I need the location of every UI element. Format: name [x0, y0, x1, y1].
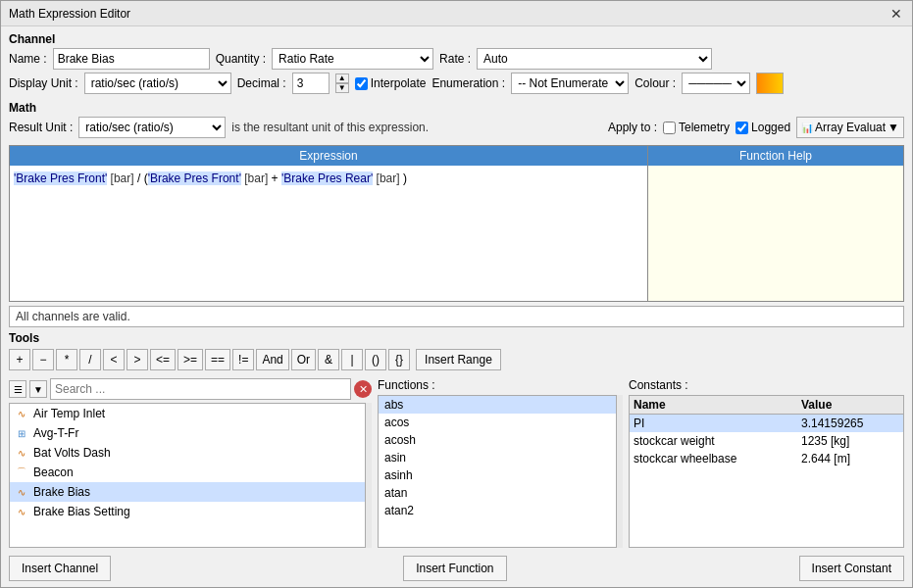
insert-channel-group: Insert Channel [9, 556, 111, 581]
telemetry-checkbox-label[interactable]: Telemetry [663, 121, 730, 134]
op-multiply[interactable]: * [56, 349, 77, 370]
interpolate-label: Interpolate [371, 76, 427, 90]
channel-list: ∿ Air Temp Inlet ⊞ Avg-T-Fr ∿ Bat Volts … [9, 403, 366, 548]
op-braces[interactable]: {} [388, 349, 410, 370]
channel-row1: Name : Quantity : Ratio Rate Rate : Auto [9, 48, 904, 70]
constants-table: Name Value PI 3.14159265 stockcar weight… [629, 395, 904, 548]
name-input[interactable] [53, 48, 210, 70]
function-item-asinh[interactable]: asinh [379, 466, 616, 484]
display-unit-select[interactable]: ratio/sec (ratio/s) [84, 73, 231, 94]
decimal-stepper[interactable]: ▲ ▼ [335, 74, 349, 93]
insert-range-button[interactable]: Insert Range [416, 349, 501, 370]
colour-select[interactable]: ────── [682, 73, 750, 94]
logged-checkbox[interactable] [735, 122, 748, 134]
math-section-label: Math [9, 101, 904, 115]
function-item-abs[interactable]: abs [379, 396, 616, 414]
array-eval-button[interactable]: 📊 Array Evaluat ▼ [796, 117, 904, 138]
expression-panel: Expression 'Brake Pres Front' [bar] / ('… [10, 146, 648, 301]
decimal-input[interactable] [292, 73, 330, 94]
channel-name: Brake Bias [33, 485, 90, 499]
search-input[interactable] [50, 378, 351, 400]
function-list: abs acos acosh asin asinh atan atan2 [378, 395, 617, 548]
insert-constant-button[interactable]: Insert Constant [799, 556, 904, 581]
constants-col-value: Value [801, 398, 899, 412]
op-or[interactable]: Or [291, 349, 316, 370]
op-amp[interactable]: & [318, 349, 339, 370]
expr-channel-1: 'Brake Pres Front' [14, 172, 107, 185]
op-neq[interactable]: != [232, 349, 254, 370]
channel-item-beacon[interactable]: ⌒ Beacon [10, 463, 365, 482]
constant-row-pi[interactable]: PI 3.14159265 [630, 415, 903, 432]
array-eval-chevron: ▼ [888, 121, 899, 134]
op-lte[interactable]: <= [150, 349, 176, 370]
op-divide[interactable]: / [79, 349, 101, 370]
list-dropdown-icon[interactable]: ▼ [29, 380, 47, 398]
channel-icon-wave: ∿ [14, 406, 29, 421]
telemetry-checkbox[interactable] [663, 122, 676, 134]
channel-item-air-temp-inlet[interactable]: ∿ Air Temp Inlet [10, 404, 365, 423]
function-help-content [648, 166, 903, 301]
op-minus[interactable]: − [32, 349, 54, 370]
close-button[interactable]: ✕ [888, 6, 904, 22]
function-item-acosh[interactable]: acosh [379, 431, 616, 449]
channel-list-scrollbar[interactable] [366, 403, 372, 548]
insert-channel-button[interactable]: Insert Channel [9, 556, 111, 581]
enumeration-select[interactable]: -- Not Enumerate [511, 73, 629, 94]
op-gte[interactable]: >= [178, 349, 203, 370]
tools-label: Tools [9, 331, 904, 345]
function-item-acos[interactable]: acos [379, 414, 616, 431]
list-view-icon[interactable]: ☰ [9, 380, 26, 398]
constants-label: Constants : [629, 378, 904, 392]
logged-checkbox-label[interactable]: Logged [735, 121, 790, 134]
constant-row-stockcar-wheelbase[interactable]: stockcar wheelbase 2.644 [m] [630, 450, 903, 467]
op-pipe[interactable]: | [341, 349, 363, 370]
colour-label: Colour : [634, 76, 676, 90]
quantity-select[interactable]: Ratio Rate [272, 48, 433, 70]
channel-item-avg-t-fr[interactable]: ⊞ Avg-T-Fr [10, 423, 365, 443]
constant-name-wheelbase: stockcar wheelbase [634, 452, 801, 466]
op-plus[interactable]: + [9, 349, 30, 370]
decimal-label: Decimal : [237, 76, 286, 90]
function-item-asin[interactable]: asin [379, 449, 616, 466]
functions-label: Functions : [378, 378, 623, 392]
bottom-buttons: Insert Channel Insert Function Insert Co… [9, 556, 904, 581]
decimal-up[interactable]: ▲ [335, 74, 349, 83]
expr-op-1: / ( [137, 172, 148, 185]
function-item-atan2[interactable]: atan2 [379, 502, 616, 519]
expr-op-2: + [272, 172, 281, 185]
op-eq[interactable]: == [205, 349, 230, 370]
expr-unit-3: [bar] [373, 172, 403, 185]
channel-icon-grid: ⊞ [14, 425, 29, 441]
interpolate-checkbox[interactable] [355, 77, 368, 90]
channel-item-bat-volts-dash[interactable]: ∿ Bat Volts Dash [10, 443, 365, 463]
result-unit-select[interactable]: ratio/sec (ratio/s) [78, 117, 226, 138]
interpolate-checkbox-label[interactable]: Interpolate [355, 76, 427, 90]
constant-value-wheelbase: 2.644 [m] [801, 452, 899, 466]
channel-row2: Display Unit : ratio/sec (ratio/s) Decim… [9, 73, 904, 94]
clear-search-button[interactable]: ✕ [354, 380, 372, 398]
function-list-scrollbar[interactable] [617, 395, 623, 548]
expr-unit-2: [bar] [241, 172, 272, 185]
status-bar: All channels are valid. [9, 306, 904, 327]
channel-item-brake-bias-setting[interactable]: ∿ Brake Bias Setting [10, 502, 365, 521]
constant-name-weight: stockcar weight [634, 434, 801, 448]
op-lt[interactable]: < [103, 349, 125, 370]
expression-area: Expression 'Brake Pres Front' [bar] / ('… [9, 145, 904, 302]
channel-name: Air Temp Inlet [33, 407, 105, 420]
op-and[interactable]: And [256, 349, 288, 370]
name-label: Name : [9, 52, 47, 66]
colour-swatch[interactable] [756, 73, 784, 94]
channel-icon-wave: ∿ [14, 504, 29, 519]
channel-item-brake-bias[interactable]: ∿ Brake Bias [10, 482, 365, 502]
channel-search-row: ☰ ▼ ✕ [9, 378, 372, 400]
math-row1: Result Unit : ratio/sec (ratio/s) is the… [9, 117, 904, 138]
constant-row-stockcar-weight[interactable]: stockcar weight 1235 [kg] [630, 432, 903, 450]
rate-select[interactable]: Auto [477, 48, 712, 70]
function-item-atan[interactable]: atan [379, 484, 616, 502]
decimal-down[interactable]: ▼ [335, 83, 349, 93]
channel-icon-wave: ∿ [14, 445, 29, 461]
op-parens[interactable]: () [365, 349, 386, 370]
insert-function-button[interactable]: Insert Function [403, 556, 506, 581]
op-gt[interactable]: > [127, 349, 148, 370]
expression-content[interactable]: 'Brake Pres Front' [bar] / ('Brake Pres … [10, 166, 647, 301]
